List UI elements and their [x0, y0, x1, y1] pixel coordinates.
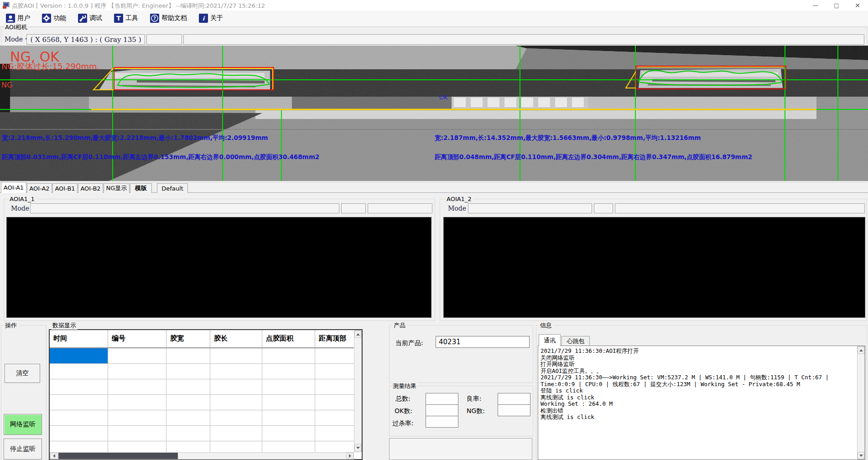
measurement-group-label: 测量结果 — [391, 382, 418, 390]
ng-count-field — [498, 404, 530, 416]
subpanel-left-image-view[interactable] — [6, 217, 431, 318]
title-bar: 点胶AOI [ Version : 1.0.0.9 ] 程序 【当前用户: En… — [0, 0, 868, 10]
scroll-up-button[interactable] — [354, 331, 361, 338]
ng-label-text: NG — [1, 81, 12, 89]
camera-group-label: AOI相机 — [4, 23, 29, 31]
subpanel-left-info-long — [30, 203, 339, 213]
selected-cell[interactable] — [50, 348, 108, 363]
toolbar-help-button[interactable]: ? 帮助文档 — [148, 12, 189, 24]
svg-text:?: ? — [153, 16, 156, 21]
current-product-input[interactable] — [436, 336, 530, 348]
tab-comms[interactable]: 通讯 — [539, 334, 561, 346]
log-scrollbar[interactable] — [857, 346, 865, 460]
help-icon: ? — [150, 14, 159, 23]
maximize-button[interactable]: □ — [826, 0, 847, 10]
subpanel-left-info-mid — [368, 203, 432, 213]
arrow-left-icon — [53, 454, 55, 458]
right-stats-line1: 宽:2.187mm,长:14.352mm,最大胶宽:1.5663mm,最小:0.… — [434, 134, 701, 141]
tool-icon: T — [114, 14, 123, 23]
log-line: 2021/7/29 11:36:30——>Working Set: VM:523… — [541, 374, 863, 381]
clear-button[interactable]: 清空 — [5, 364, 40, 383]
svg-text:T: T — [116, 15, 121, 22]
overkill-rate-label: 过杀率: — [392, 419, 414, 428]
log-line: 2021/7/29 11:36:30:AOI程序打开 — [541, 348, 863, 355]
product-extra-box — [389, 438, 532, 460]
product-group-box — [389, 325, 533, 383]
tab-template[interactable]: 模版 — [130, 183, 152, 193]
about-icon: i — [199, 14, 208, 23]
right-stats-line2: 距离顶部0.048mm,距离CF层0.110mm,距离左边界0.304mm,距离… — [434, 153, 752, 160]
log-line: 登陆 is click — [541, 388, 863, 394]
arrow-down-icon — [859, 455, 863, 457]
subpanel-right-image-view[interactable] — [443, 217, 865, 318]
table-body — [50, 348, 362, 453]
subpanel-left-info-small — [341, 203, 366, 213]
table-row[interactable] — [50, 410, 362, 426]
overkill-rate-field — [426, 416, 458, 428]
column-header-glue-length[interactable]: 胶长 — [210, 330, 262, 347]
current-product-label: 当前产品: — [395, 339, 423, 347]
log-line: 离线测试 is click — [541, 414, 863, 421]
table-row[interactable] — [50, 348, 362, 364]
scroll-down-button[interactable] — [354, 444, 361, 451]
table-row[interactable] — [50, 395, 362, 410]
table-row[interactable] — [50, 379, 362, 395]
subpanel-right-info-small — [594, 203, 613, 213]
column-header-glue-width[interactable]: 胶宽 — [166, 330, 210, 347]
total-count-label: 总数: — [395, 395, 411, 403]
table-row[interactable] — [50, 426, 362, 441]
horizontal-scroll-thumb[interactable] — [58, 453, 178, 459]
stop-listen-button[interactable]: 停止监听 — [4, 439, 42, 460]
app-window: 点胶AOI [ Version : 1.0.0.9 ] 程序 【当前用户: En… — [0, 0, 868, 460]
tab-aoi-b2[interactable]: AOI-B2 — [78, 183, 103, 193]
tab-ng-display[interactable]: NG显示 — [104, 183, 130, 193]
toolbar-tools-button[interactable]: T 工具 — [112, 12, 140, 24]
camera-mode-dropdown[interactable]: Mode — [5, 36, 29, 43]
column-header-id[interactable]: 编号 — [108, 330, 166, 347]
table-vertical-scrollbar[interactable] — [354, 330, 362, 452]
log-line: 关闭网络监听 — [541, 355, 863, 362]
ng-count-label: NG数: — [467, 407, 485, 415]
camera-image-view[interactable]: NG, OK NG:胶体过长:15.290mm, NG OK 宽:2.218mm… — [0, 46, 868, 181]
scroll-left-button[interactable] — [50, 453, 57, 459]
camera-info-box-small — [146, 34, 182, 45]
tab-aoi-a1[interactable]: AOI-A1 — [1, 182, 26, 193]
log-line: Time:0:0:9 | CPU:0 | 线程数:67 | 提交大小:123M … — [541, 381, 863, 388]
camera-image-svg: NG, OK NG:胶体过长:15.290mm, NG OK 宽:2.218mm… — [0, 46, 868, 181]
column-header-time[interactable]: 时间 — [50, 330, 108, 347]
scroll-up-button[interactable] — [858, 346, 864, 354]
table-row[interactable] — [50, 364, 362, 379]
arrow-right-icon — [349, 454, 351, 458]
ng-message-text: NG:胶体过长:15.290mm, — [1, 62, 99, 71]
log-line: 开启AOI监控工具。。。 — [541, 368, 863, 375]
operations-group-label: 操作 — [4, 321, 18, 330]
comms-log[interactable]: 2021/7/29 11:36:30:AOI程序打开 关闭网络监听 打开网络监听… — [538, 346, 865, 460]
arrow-down-icon — [356, 447, 360, 449]
subpanel-left-label: AOIA1_1 — [8, 196, 36, 202]
toolbar-debug-button[interactable]: 调试 — [76, 12, 104, 24]
arrow-up-icon — [356, 333, 360, 336]
total-count-field — [426, 393, 458, 405]
column-header-glue-area[interactable]: 点胶面积 — [262, 330, 315, 347]
table-row[interactable] — [50, 441, 362, 453]
network-listen-button[interactable]: 网络监听 — [4, 414, 42, 435]
minimize-button[interactable]: — — [805, 0, 826, 10]
tab-aoi-a2[interactable]: AOI-A2 — [27, 183, 52, 193]
toolbar-about-button[interactable]: i 关于 — [197, 12, 225, 24]
toolbar-function-button[interactable]: 功能 — [40, 12, 68, 24]
left-stats-line2: 距离顶部0.031mm,距离CF层0.110mm,距离左边界0.153mm,距离… — [1, 153, 319, 160]
tab-aoi-b1[interactable]: AOI-B1 — [52, 183, 78, 193]
toolbar-user-button[interactable]: 用户 — [4, 12, 32, 24]
scroll-down-button[interactable] — [858, 452, 864, 459]
window-title: 点胶AOI [ Version : 1.0.0.9 ] 程序 【当前用户: En… — [12, 2, 265, 10]
log-line: 检测出错 — [541, 408, 863, 414]
ok-count-label: OK数: — [395, 407, 412, 415]
close-button[interactable]: ✕ — [847, 0, 868, 10]
gear-icon — [42, 14, 51, 23]
column-header-distance-top[interactable]: 距离顶部 — [315, 330, 354, 347]
table-horizontal-scrollbar[interactable] — [50, 452, 354, 460]
scroll-right-button[interactable] — [346, 453, 353, 459]
tab-default[interactable]: Default — [157, 183, 188, 193]
debug-wrench-icon — [78, 14, 87, 23]
tab-heartbeat[interactable]: 心跳包 — [561, 336, 590, 346]
